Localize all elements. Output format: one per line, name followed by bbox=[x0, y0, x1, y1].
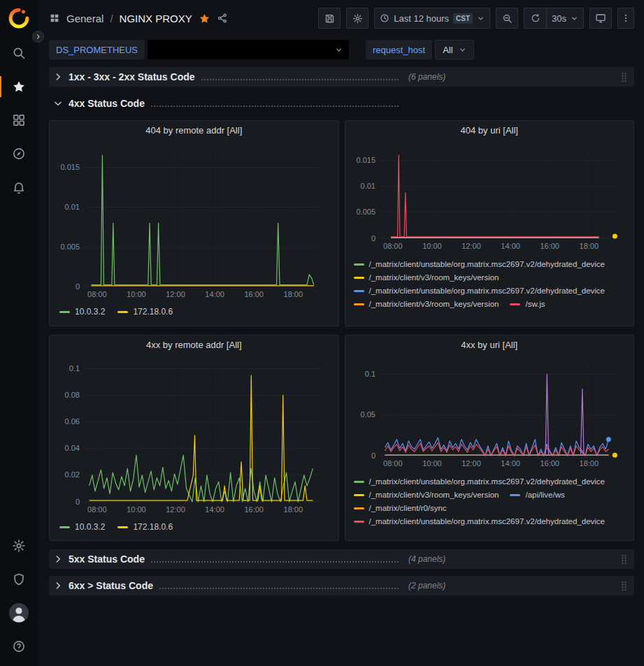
chevron-down-icon bbox=[53, 99, 63, 108]
svg-text:0.05: 0.05 bbox=[360, 410, 375, 419]
legend-item[interactable]: /_matrix/client/unstable/org.matrix.msc2… bbox=[354, 477, 606, 486]
refresh-icon bbox=[531, 13, 541, 23]
panel-title[interactable]: 404 by uri [All] bbox=[345, 121, 634, 139]
sidebar-item-alerting[interactable] bbox=[0, 171, 38, 204]
panel-title[interactable]: 4xx by remote addr [All] bbox=[50, 335, 338, 354]
legend-item[interactable]: /_matrix/client/v3/room_keys/version bbox=[354, 273, 499, 282]
row-drag-handle[interactable] bbox=[621, 72, 627, 82]
svg-text:16:00: 16:00 bbox=[245, 505, 264, 514]
legend-series-marker bbox=[510, 494, 520, 496]
time-range-picker[interactable]: Last 12 hours CST bbox=[374, 8, 490, 29]
refresh-interval-label: 30s bbox=[552, 13, 566, 24]
svg-text:0.1: 0.1 bbox=[364, 370, 375, 378]
legend-series-label: /_matrix/client/unstable/org.matrix.msc2… bbox=[369, 517, 606, 526]
panel-title[interactable]: 404 by remote addr [All] bbox=[50, 121, 338, 139]
gear-icon bbox=[12, 539, 26, 553]
legend-series-label: /_matrix/client/r0/sync bbox=[369, 504, 447, 512]
dashboard-settings-button[interactable] bbox=[346, 8, 368, 29]
svg-text:14:00: 14:00 bbox=[501, 242, 520, 250]
refresh-interval-picker[interactable]: 30s bbox=[546, 8, 584, 29]
legend-series-marker bbox=[510, 303, 520, 305]
dashboards-grid-icon bbox=[12, 113, 26, 127]
legend-item[interactable]: /_matrix/client/r0/sync bbox=[354, 504, 447, 512]
panel-4xx-by-uri: 4xx by uri [All] 08:0010:0012:0014:0016:… bbox=[345, 335, 635, 541]
refresh-button-group: 30s bbox=[524, 8, 584, 29]
apps-grid-icon[interactable] bbox=[49, 13, 60, 24]
timeseries-chart[interactable]: 08:0010:0012:0014:0016:0018:0000.050.1 bbox=[350, 354, 629, 472]
shield-icon bbox=[12, 572, 26, 586]
legend-item[interactable]: /_matrix/client/v3/room_keys/version bbox=[354, 491, 499, 499]
timeseries-chart[interactable]: 08:0010:0012:0014:0016:0018:0000.0050.01… bbox=[350, 139, 629, 255]
legend-item[interactable]: 172.18.0.6 bbox=[117, 307, 173, 317]
row-header-5xx[interactable]: 5xx Status Code (4 panels) bbox=[49, 549, 634, 569]
variable-value-request-host[interactable]: All bbox=[435, 40, 473, 59]
sidebar-item-profile[interactable] bbox=[0, 596, 38, 630]
row-panel-count: (2 panels) bbox=[408, 581, 445, 591]
svg-text:0.005: 0.005 bbox=[356, 208, 375, 216]
sidebar-item-dashboards[interactable] bbox=[0, 103, 38, 137]
variables-bar: DS_PROMETHEUS request_host All bbox=[38, 36, 644, 63]
grafana-logo[interactable] bbox=[0, 0, 38, 36]
breadcrumb-dashboard-title[interactable]: NGINX PROXY bbox=[120, 13, 192, 24]
dotted-leader bbox=[151, 105, 399, 107]
svg-text:18:00: 18:00 bbox=[284, 505, 303, 514]
legend-item[interactable]: /api/live/ws bbox=[510, 491, 564, 499]
svg-text:12:00: 12:00 bbox=[461, 459, 481, 468]
row-header-6xx[interactable]: 6xx > Status Code (2 panels) bbox=[49, 576, 634, 595]
panel-404-by-uri: 404 by uri [All] 08:0010:0012:0014:0016:… bbox=[345, 120, 635, 326]
legend-series-marker bbox=[117, 526, 128, 528]
favorite-star-icon[interactable] bbox=[199, 13, 210, 24]
sidebar-item-configuration[interactable] bbox=[0, 529, 38, 563]
save-dashboard-button[interactable] bbox=[318, 8, 341, 29]
timeseries-chart[interactable]: 08:0010:0012:0014:0016:0018:0000.020.040… bbox=[55, 354, 333, 519]
sidebar-item-help[interactable] bbox=[0, 630, 38, 663]
legend-item[interactable]: /_matrix/client/v3/room_keys/version bbox=[354, 300, 499, 308]
clock-icon bbox=[380, 13, 389, 23]
legend-series-label: /_matrix/client/v3/room_keys/version bbox=[369, 273, 499, 282]
sidebar-item-search[interactable] bbox=[0, 36, 38, 70]
legend-series-marker bbox=[59, 311, 70, 313]
legend-series-label: 10.0.3.2 bbox=[75, 522, 105, 532]
breadcrumb-section[interactable]: General bbox=[66, 13, 103, 24]
refresh-button[interactable] bbox=[524, 8, 546, 29]
timeseries-chart[interactable]: 08:0010:0012:0014:0016:0018:0000.0050.01… bbox=[55, 139, 333, 303]
sidebar-item-server-admin[interactable] bbox=[0, 563, 38, 596]
panel-title[interactable]: 4xx by uri [All] bbox=[345, 335, 634, 354]
chart-legend: 10.0.3.2172.18.0.6 bbox=[50, 519, 338, 532]
legend-item[interactable]: 10.0.3.2 bbox=[59, 522, 105, 532]
legend-item[interactable]: /_matrix/client/unstable/org.matrix.msc2… bbox=[354, 287, 606, 295]
cycle-view-mode-button[interactable] bbox=[589, 8, 612, 29]
drag-dots-icon bbox=[621, 581, 627, 591]
row-header-4xx[interactable]: 4xx Status Code bbox=[49, 94, 634, 113]
row-drag-handle[interactable] bbox=[621, 581, 627, 591]
save-icon bbox=[324, 13, 335, 24]
svg-text:10:00: 10:00 bbox=[422, 459, 442, 468]
variable-value-ds-prometheus[interactable] bbox=[148, 40, 349, 59]
svg-text:0.01: 0.01 bbox=[360, 182, 375, 190]
legend-item[interactable]: 172.18.0.6 bbox=[117, 522, 173, 532]
more-options-button[interactable] bbox=[617, 8, 634, 29]
svg-text:0.015: 0.015 bbox=[356, 156, 375, 164]
svg-text:0.015: 0.015 bbox=[61, 163, 80, 171]
sidebar-expand-button[interactable] bbox=[32, 31, 44, 43]
legend-item[interactable]: 10.0.3.2 bbox=[59, 307, 105, 317]
svg-text:12:00: 12:00 bbox=[166, 505, 186, 514]
svg-text:0: 0 bbox=[371, 451, 375, 460]
row-drag-handle[interactable] bbox=[621, 554, 627, 565]
svg-text:08:00: 08:00 bbox=[87, 505, 107, 514]
row-header-1xx-3xx-2xx[interactable]: 1xx - 3xx - 2xx Status Code (6 panels) bbox=[49, 67, 634, 87]
panel-row-2: 4xx by remote addr [All] 08:0010:0012:00… bbox=[49, 335, 634, 541]
share-icon[interactable] bbox=[217, 13, 228, 24]
legend-item[interactable]: /_matrix/client/unstable/org.matrix.msc2… bbox=[354, 517, 606, 526]
row-title: 1xx - 3xx - 2xx Status Code bbox=[69, 71, 195, 82]
zoom-out-button[interactable] bbox=[496, 8, 518, 29]
panel-404-by-remote-addr: 404 by remote addr [All] 08:0010:0012:00… bbox=[49, 120, 339, 326]
gear-icon bbox=[352, 13, 363, 24]
legend-item[interactable]: /sw.js bbox=[510, 300, 545, 308]
legend-item[interactable]: /_matrix/client/unstable/org.matrix.msc2… bbox=[354, 260, 606, 268]
svg-text:16:00: 16:00 bbox=[540, 459, 559, 468]
sidebar-item-explore[interactable] bbox=[0, 137, 38, 171]
kebab-icon bbox=[621, 13, 631, 24]
sidebar-item-starred[interactable] bbox=[0, 70, 38, 103]
svg-text:0.1: 0.1 bbox=[69, 364, 80, 372]
